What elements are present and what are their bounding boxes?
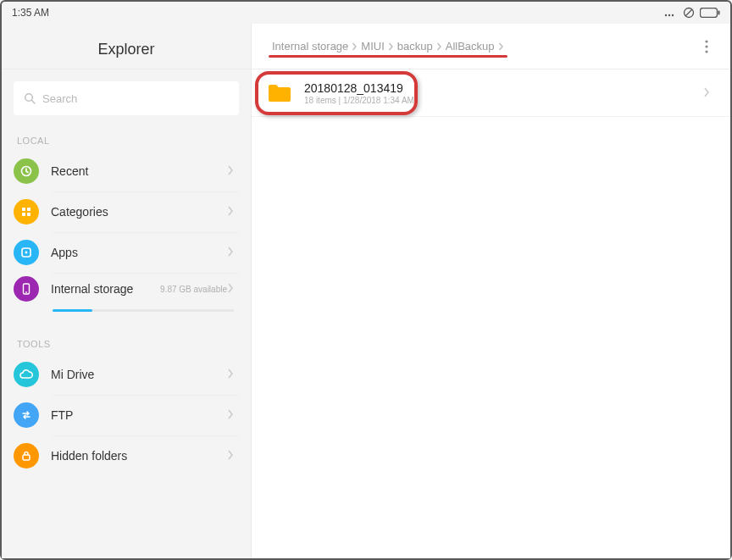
file-meta: 18 items | 1/28/2018 1:34 AM [304, 96, 703, 105]
status-icons [664, 7, 720, 19]
svg-rect-5 [701, 8, 718, 18]
svg-point-17 [25, 291, 27, 293]
svg-point-19 [705, 40, 707, 42]
sidebar-item-ftp[interactable]: FTP [2, 395, 251, 435]
svg-point-1 [668, 14, 670, 16]
sidebar-item-recent[interactable]: Recent [2, 151, 251, 191]
search-icon [24, 92, 36, 104]
svg-line-4 [685, 9, 692, 16]
transfer-icon [14, 402, 39, 428]
sidebar-item-hidden-folders[interactable]: Hidden folders [2, 435, 251, 476]
overflow-menu-button[interactable] [696, 36, 717, 57]
sidebar-item-apps[interactable]: Apps [2, 232, 251, 273]
chevron-right-icon [498, 42, 504, 51]
apps-icon [14, 240, 39, 265]
storage-available-text: 9.87 GB available [160, 285, 227, 294]
section-header-local: LOCAL [2, 129, 251, 151]
svg-point-21 [705, 50, 707, 53]
svg-line-8 [32, 101, 36, 104]
sidebar-item-label: Internal storage [51, 282, 158, 296]
svg-point-2 [672, 14, 674, 16]
chevron-right-icon [227, 204, 239, 219]
chevron-right-icon [436, 42, 442, 51]
breadcrumb-crumb[interactable]: AllBackup [446, 40, 495, 53]
grid-icon [14, 199, 39, 225]
phone-icon [14, 276, 39, 302]
annotation-underline [269, 55, 507, 58]
breadcrumb-crumb[interactable]: MIUI [361, 40, 384, 53]
search-input[interactable]: Search [14, 81, 239, 115]
status-bar: 1:35 AM [2, 2, 730, 24]
battery-icon [700, 8, 720, 18]
chevron-right-icon [227, 408, 239, 423]
sidebar-item-label: Mi Drive [51, 368, 227, 381]
breadcrumb-crumb[interactable]: Internal storage [272, 40, 348, 53]
mute-icon [683, 7, 695, 19]
app-title: Explorer [2, 30, 251, 69]
sidebar-item-internal-storage[interactable]: Internal storage 9.87 GB available [2, 273, 251, 313]
sidebar-item-label: FTP [51, 408, 227, 422]
sidebar: Explorer Search LOCAL Recent Categories [2, 24, 252, 558]
svg-point-20 [705, 45, 707, 47]
chevron-right-icon [227, 281, 239, 297]
chevron-right-icon [227, 245, 239, 260]
sidebar-item-mi-drive[interactable]: Mi Drive [2, 354, 251, 395]
lock-icon [14, 443, 39, 469]
svg-rect-13 [27, 213, 30, 216]
storage-progress [53, 309, 234, 312]
chevron-right-icon [227, 367, 239, 382]
sidebar-item-label: Apps [51, 246, 227, 259]
file-list[interactable]: 20180128_013419 18 items | 1/28/2018 1:3… [252, 69, 730, 558]
svg-rect-10 [22, 208, 25, 211]
file-name: 20180128_013419 [304, 81, 703, 95]
list-item[interactable]: 20180128_013419 18 items | 1/28/2018 1:3… [252, 69, 730, 117]
sidebar-item-label: Categories [51, 205, 227, 219]
main-pane: Internal storage MIUI backup AllBackup [252, 24, 730, 558]
chevron-right-icon [227, 448, 239, 463]
svg-point-0 [665, 14, 667, 16]
folder-icon [267, 83, 292, 103]
sidebar-item-categories[interactable]: Categories [2, 191, 251, 232]
svg-rect-6 [718, 11, 720, 15]
breadcrumb-crumb[interactable]: backup [397, 40, 433, 53]
chevron-right-icon [227, 164, 239, 179]
chevron-right-icon [388, 42, 394, 51]
chevron-right-icon [352, 42, 358, 51]
sidebar-item-label: Hidden folders [51, 449, 227, 463]
section-header-tools: TOOLS [2, 332, 251, 354]
breadcrumb[interactable]: Internal storage MIUI backup AllBackup [272, 40, 504, 53]
svg-rect-18 [23, 455, 30, 460]
chevron-right-icon [703, 86, 715, 101]
svg-rect-12 [22, 213, 25, 216]
cloud-icon [14, 362, 39, 387]
breadcrumb-bar: Internal storage MIUI backup AllBackup [252, 24, 730, 69]
sidebar-item-label: Recent [51, 164, 227, 178]
dots-icon [664, 8, 678, 17]
svg-rect-11 [27, 208, 30, 211]
svg-point-15 [25, 252, 28, 254]
search-placeholder: Search [42, 92, 77, 105]
clock-icon [14, 158, 39, 184]
clock-text: 1:35 AM [12, 7, 49, 19]
kebab-icon [705, 40, 708, 53]
